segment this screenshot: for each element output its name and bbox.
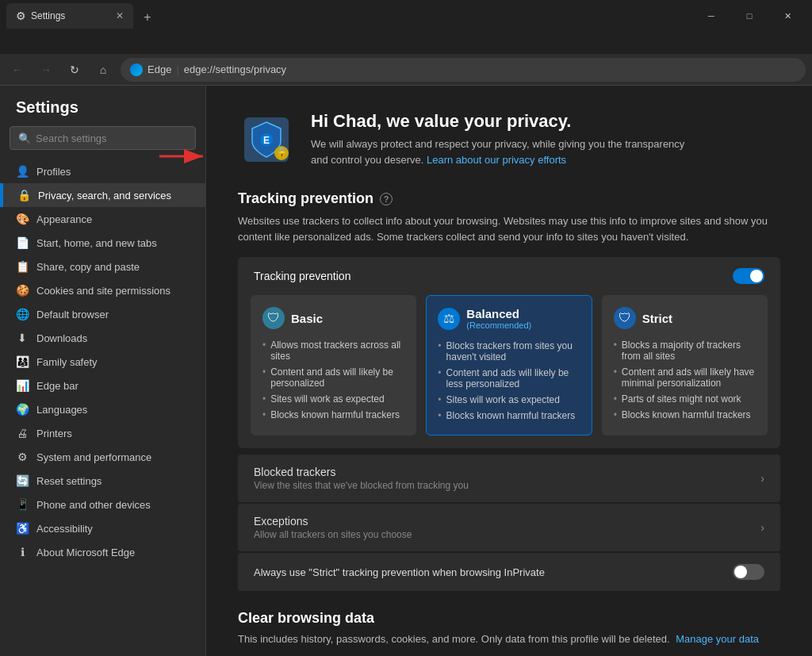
close-button[interactable]: ✕ (769, 3, 806, 29)
sidebar-item-label: Start, home, and new tabs (36, 237, 157, 249)
sidebar-item-downloads[interactable]: ⬇ Downloads (0, 326, 205, 350)
sidebar-item-family-safety[interactable]: 👨‍👩‍👧 Family safety (0, 350, 205, 374)
sidebar-item-label: Languages (36, 404, 87, 416)
search-icon: 🔍 (18, 132, 31, 144)
sidebar-item-label: System and performance (36, 451, 151, 463)
strict-bullet-4: Blocks known harmful trackers (614, 407, 756, 423)
tracking-toggle[interactable] (733, 268, 764, 284)
home-button[interactable]: ⌂ (92, 59, 114, 81)
maximize-button[interactable]: □ (731, 3, 768, 29)
exceptions-left: Exceptions Allow all trackers on sites y… (254, 515, 412, 540)
tracking-card-basic[interactable]: 🛡 Basic Allows most trackers across all … (251, 295, 416, 435)
address-field[interactable]: Edge | edge://settings/privacy (121, 58, 806, 82)
inprivate-toggle[interactable] (733, 564, 764, 580)
blocked-trackers-left: Blocked trackers View the sites that we'… (254, 466, 469, 491)
strict-card-icon: 🛡 (614, 307, 636, 329)
balanced-card-icon: ⚖ (438, 308, 460, 330)
sidebar-item-label: Cookies and site permissions (36, 285, 170, 297)
sidebar-item-reset[interactable]: 🔄 Reset settings (0, 469, 205, 493)
back-button[interactable]: ← (6, 59, 29, 81)
tracking-section-heading: Tracking prevention ? (238, 190, 780, 207)
sidebar-item-label: Family safety (36, 356, 98, 368)
basic-bullet-1: Allows most trackers across all sites (262, 337, 404, 364)
sidebar-item-label: Appearance (36, 213, 92, 225)
settings-tab[interactable]: ⚙ Settings ✕ (6, 3, 133, 29)
sidebar-item-default-browser[interactable]: 🌐 Default browser (0, 302, 205, 326)
basic-bullet-4: Blocks known harmful trackers (262, 407, 404, 423)
blocked-trackers-chevron: › (760, 472, 764, 485)
system-icon: ⚙ (16, 451, 29, 463)
sidebar-item-accessibility[interactable]: ♿ Accessibility (0, 516, 205, 540)
url-separator: | (176, 63, 178, 75)
sidebar-item-label: Accessibility (36, 523, 93, 535)
sidebar-item-edge-bar[interactable]: 📊 Edge bar (0, 374, 205, 397)
strict-bullet-3: Parts of sites might not work (614, 391, 756, 407)
default-browser-icon: 🌐 (16, 308, 29, 320)
about-icon: ℹ (16, 546, 29, 558)
sidebar-item-phone[interactable]: 📱 Phone and other devices (0, 493, 205, 516)
blocked-trackers-desc: View the sites that we've blocked from t… (254, 480, 469, 491)
sidebar-item-printers[interactable]: 🖨 Printers (0, 421, 205, 445)
sidebar-item-label: Default browser (36, 309, 109, 320)
tab-close-icon[interactable]: ✕ (116, 10, 124, 21)
url-text: edge://settings/privacy (184, 63, 286, 75)
sidebar-item-privacy[interactable]: 🔒 Privacy, search, and services (0, 183, 205, 207)
sidebar-item-system[interactable]: ⚙ System and performance (0, 445, 205, 469)
help-icon[interactable]: ? (380, 193, 393, 205)
exceptions-row[interactable]: Exceptions Allow all trackers on sites y… (238, 504, 780, 551)
clear-desc-text: This includes history, passwords, cookie… (238, 633, 670, 645)
sidebar-item-profiles[interactable]: 👤 Profiles (0, 159, 205, 183)
basic-card-icon: 🛡 (262, 307, 285, 329)
tracking-card-balanced[interactable]: ⚖ Balanced (Recommended) Blocks trackers… (426, 295, 592, 435)
privacy-learn-link[interactable]: Learn about our privacy efforts (427, 154, 566, 166)
tab-bar: ⚙ Settings ✕ + ─ □ ✕ (0, 0, 812, 29)
tab-favicon: ⚙ (16, 10, 26, 22)
new-tab-button[interactable]: + (136, 6, 159, 29)
profiles-icon: 👤 (16, 165, 29, 178)
svg-text:E: E (263, 135, 270, 146)
sidebar-item-languages[interactable]: 🌍 Languages (0, 397, 205, 421)
strict-card-bullets: Blocks a majority of trackers from all s… (614, 337, 756, 423)
sidebar-item-cookies[interactable]: 🍪 Cookies and site permissions (0, 278, 205, 302)
main-content: E 🔒 Hi Chad, we value your privacy. We w… (206, 86, 812, 656)
clear-browsing-section: Clear browsing data This includes histor… (238, 610, 780, 656)
app-layout: Settings 🔍 👤 Profiles 🔒 Privacy, search,… (0, 86, 812, 656)
sidebar-item-start-home[interactable]: 📄 Start, home, and new tabs (0, 231, 205, 255)
minimize-button[interactable]: ─ (693, 3, 730, 29)
sidebar-item-label: Share, copy and paste (36, 261, 140, 273)
balanced-bullet-2: Content and ads will likely be less pers… (438, 365, 580, 392)
search-input[interactable] (36, 132, 187, 144)
strict-card-title: Strict (642, 312, 672, 325)
blocked-trackers-row[interactable]: Blocked trackers View the sites that we'… (238, 455, 780, 502)
accessibility-icon: ♿ (16, 522, 29, 535)
share-copy-icon: 📋 (16, 260, 29, 273)
printers-icon: 🖨 (16, 427, 29, 439)
privacy-text: Hi Chad, we value your privacy. We will … (311, 111, 684, 167)
search-box[interactable]: 🔍 (10, 126, 196, 150)
tracking-heading-text: Tracking prevention (238, 190, 373, 207)
privacy-icon: 🔒 (17, 189, 30, 201)
basic-bullet-2: Content and ads will likely be personali… (262, 364, 404, 391)
sidebar-item-share-copy[interactable]: 📋 Share, copy and paste (0, 255, 205, 278)
reload-button[interactable]: ↻ (63, 59, 86, 81)
sidebar-item-about[interactable]: ℹ About Microsoft Edge (0, 540, 205, 564)
tracking-cards: 🛡 Basic Allows most trackers across all … (238, 295, 780, 448)
privacy-desc2: and control you deserve. (311, 154, 423, 166)
cookies-icon: 🍪 (16, 284, 29, 297)
tracking-card-strict[interactable]: 🛡 Strict Blocks a majority of trackers f… (602, 295, 768, 435)
address-bar: ← → ↻ ⌂ Edge | edge://settings/privacy (0, 54, 812, 86)
forward-button[interactable]: → (35, 59, 57, 81)
sidebar-item-label: Printers (36, 428, 72, 439)
privacy-description: We will always protect and respect your … (311, 136, 684, 167)
sidebar-item-label: About Microsoft Edge (36, 547, 135, 558)
tab-title: Settings (31, 10, 65, 21)
manage-data-link[interactable]: Manage your data (676, 633, 759, 645)
sidebar-item-appearance[interactable]: 🎨 Appearance (0, 207, 205, 231)
sidebar-item-label: Edge bar (36, 380, 79, 392)
strict-bullet-1: Blocks a majority of trackers from all s… (614, 337, 756, 364)
tracking-panel: Tracking prevention 🛡 Basic Allows most … (238, 257, 780, 448)
balanced-card-title: Balanced (466, 307, 531, 320)
title-bar: ⚙ Settings ✕ + ─ □ ✕ (0, 0, 812, 25)
privacy-shield-icon: E 🔒 (238, 111, 295, 168)
balanced-card-bullets: Blocks trackers from sites you haven't v… (438, 338, 580, 424)
